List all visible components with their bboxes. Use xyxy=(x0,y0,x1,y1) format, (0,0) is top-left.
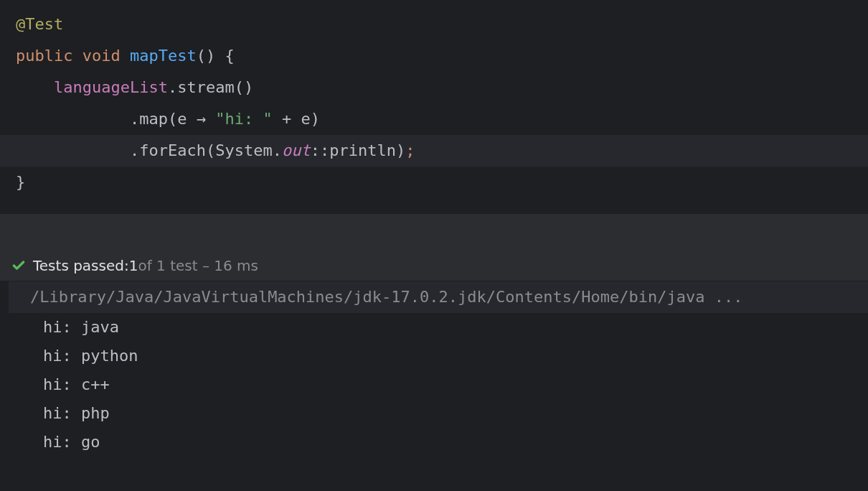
method-token: map xyxy=(139,110,168,128)
code-line-current: .forEach(System.out::println); xyxy=(0,135,868,167)
methodref-token: :: xyxy=(311,141,330,159)
param-token: e xyxy=(177,110,187,128)
panel-gap xyxy=(0,214,868,250)
code-line: public void mapTest() { xyxy=(0,40,868,72)
dot-token: . xyxy=(130,110,139,128)
paren-token: () xyxy=(235,78,254,96)
method-token: println xyxy=(329,141,396,159)
semicolon-token: ; xyxy=(405,141,415,159)
keyword-token: void xyxy=(82,47,121,65)
console-line: hi: c++ xyxy=(22,370,868,399)
paren-token: ) xyxy=(396,141,405,159)
indent xyxy=(16,141,130,159)
static-field-token: out xyxy=(282,141,311,159)
method-token: forEach xyxy=(139,141,206,159)
annotation-token: @Test xyxy=(16,15,63,33)
keyword-token: public xyxy=(16,47,72,65)
dot-token: . xyxy=(273,141,282,159)
console-output[interactable]: /Library/Java/JavaVirtualMachines/jdk-17… xyxy=(0,281,868,457)
method-token: stream xyxy=(177,78,234,96)
arrow-token: → xyxy=(187,110,215,128)
field-token: languageList xyxy=(54,78,168,96)
indent xyxy=(16,110,130,128)
tests-summary: of 1 test – 16 ms xyxy=(138,257,258,274)
string-token: "hi: " xyxy=(215,110,272,128)
console-line: hi: go xyxy=(22,428,868,457)
console-command-line: /Library/Java/JavaVirtualMachines/jdk-17… xyxy=(9,281,868,313)
code-line: } xyxy=(0,167,868,198)
plus-token: + xyxy=(273,110,301,128)
method-name-token: mapTest xyxy=(130,47,197,65)
console-line: hi: php xyxy=(22,399,868,428)
code-line: .map(e → "hi: " + e) xyxy=(0,103,868,135)
code-editor[interactable]: @Test public void mapTest() { languageLi… xyxy=(0,0,868,214)
code-line: languageList.stream() xyxy=(0,72,868,103)
paren-token: ( xyxy=(206,141,215,159)
paren-token: () xyxy=(197,47,216,65)
paren-token: ) xyxy=(311,110,320,128)
console-line: hi: python xyxy=(22,342,868,370)
code-line: @Test xyxy=(0,9,868,40)
checkmark-icon xyxy=(11,258,26,273)
console-lines: hi: javahi: pythonhi: c++hi: phphi: go xyxy=(0,313,868,457)
dot-token: . xyxy=(168,78,177,96)
brace-token: } xyxy=(16,173,25,191)
brace-token: { xyxy=(215,47,235,65)
tests-passed-label: Tests passed: xyxy=(33,257,129,274)
class-token: System xyxy=(215,141,272,159)
test-status-bar[interactable]: Tests passed: 1 of 1 test – 16 ms xyxy=(0,250,868,281)
console-line: hi: java xyxy=(22,313,868,342)
tests-passed-count: 1 xyxy=(129,257,138,274)
indent xyxy=(16,78,54,96)
paren-token: ( xyxy=(168,110,177,128)
dot-token: . xyxy=(130,141,139,159)
param-token: e xyxy=(301,110,310,128)
